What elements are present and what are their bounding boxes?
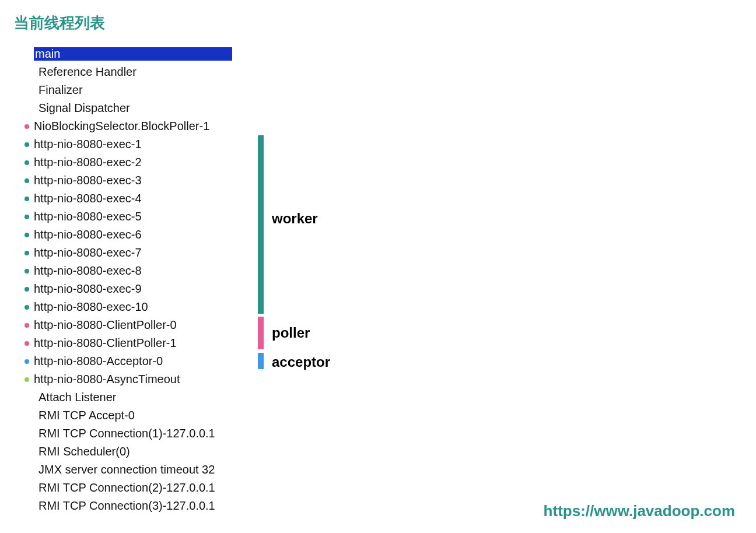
bullet-placeholder — [24, 486, 34, 490]
thread-name: http-nio-8080-AsyncTimeout — [34, 373, 180, 386]
list-item[interactable]: http-nio-8080-Acceptor-0 — [24, 352, 756, 370]
thread-name: RMI TCP Connection(2)-127.0.0.1 — [38, 481, 215, 495]
thread-name: Finalizer — [38, 83, 83, 97]
bullet-icon — [24, 287, 29, 292]
bullet-icon — [24, 341, 29, 346]
thread-name: http-nio-8080-exec-9 — [34, 282, 142, 296]
worker-label: worker — [272, 211, 318, 227]
list-item[interactable]: RMI TCP Accept-0 — [24, 406, 756, 425]
bullet-placeholder — [24, 395, 34, 400]
thread-name: http-nio-8080-exec-4 — [34, 192, 142, 205]
list-item[interactable]: Signal Dispatcher — [24, 99, 756, 117]
bullet-placeholder — [24, 504, 34, 509]
thread-name: http-nio-8080-exec-8 — [34, 264, 142, 278]
thread-name: http-nio-8080-exec-3 — [34, 174, 142, 187]
bullet-placeholder — [24, 450, 34, 454]
thread-name: Signal Dispatcher — [38, 101, 130, 115]
list-item[interactable]: http-nio-8080-exec-10 — [24, 298, 756, 316]
thread-name: Reference Handler — [38, 65, 136, 79]
bullet-placeholder — [24, 468, 34, 472]
acceptor-label: acceptor — [272, 354, 330, 370]
bullet-icon — [24, 359, 29, 364]
acceptor-bracket — [258, 353, 264, 369]
poller-bracket — [258, 317, 264, 349]
thread-name: http-nio-8080-exec-6 — [34, 228, 142, 241]
bullet-icon — [24, 233, 29, 237]
list-item[interactable]: http-nio-8080-exec-5 — [24, 208, 756, 226]
worker-bracket — [258, 135, 264, 314]
bullet-placeholder — [24, 432, 34, 436]
bullet-icon — [24, 377, 29, 382]
list-item[interactable]: http-nio-8080-exec-2 — [24, 153, 756, 171]
poller-label: poller — [272, 325, 310, 341]
thread-name: http-nio-8080-exec-2 — [34, 156, 142, 169]
thread-name: RMI TCP Accept-0 — [38, 409, 135, 422]
list-item[interactable]: RMI Scheduler(0) — [24, 443, 756, 461]
bullet-icon — [24, 269, 29, 273]
bullet-icon — [24, 124, 29, 129]
bullet-placeholder — [24, 88, 34, 93]
thread-name: http-nio-8080-ClientPoller-0 — [34, 318, 177, 332]
page-title: 当前线程列表 — [0, 0, 756, 33]
watermark-link[interactable]: https://www.javadoop.com — [544, 502, 735, 520]
bullet-placeholder — [24, 70, 34, 75]
list-item[interactable]: http-nio-8080-AsyncTimeout — [24, 370, 756, 388]
list-item[interactable]: http-nio-8080-ClientPoller-1 — [24, 334, 756, 352]
list-item[interactable]: http-nio-8080-exec-9 — [24, 280, 756, 298]
list-item[interactable]: JMX server connection timeout 32 — [24, 461, 756, 479]
bullet-placeholder — [24, 413, 34, 418]
bullet-icon — [24, 142, 29, 147]
thread-name: Attach Listener — [38, 391, 116, 404]
list-item[interactable]: http-nio-8080-exec-3 — [24, 171, 756, 190]
thread-name: http-nio-8080-ClientPoller-1 — [34, 336, 177, 350]
thread-name: RMI Scheduler(0) — [38, 445, 130, 458]
thread-name: RMI TCP Connection(3)-127.0.0.1 — [38, 499, 215, 513]
thread-name: http-nio-8080-exec-10 — [34, 300, 148, 314]
list-item[interactable]: NioBlockingSelector.BlockPoller-1 — [24, 117, 756, 135]
thread-name: http-nio-8080-Acceptor-0 — [34, 355, 163, 368]
list-item[interactable]: http-nio-8080-exec-1 — [24, 135, 756, 153]
list-item[interactable]: Finalizer — [24, 81, 756, 99]
bullet-icon — [24, 178, 29, 183]
list-item[interactable]: http-nio-8080-exec-6 — [24, 226, 756, 244]
list-item[interactable]: Attach Listener — [24, 388, 756, 406]
thread-name: main — [34, 47, 232, 61]
bullet-icon — [24, 197, 29, 201]
list-item[interactable]: http-nio-8080-ClientPoller-0 — [24, 316, 756, 334]
thread-name: http-nio-8080-exec-1 — [34, 138, 142, 151]
thread-list-container: mainReference HandlerFinalizerSignal Dis… — [24, 45, 756, 515]
list-item[interactable]: RMI TCP Connection(2)-127.0.0.1 — [24, 479, 756, 497]
bullet-icon — [24, 160, 29, 165]
bullet-placeholder — [24, 106, 34, 111]
list-item[interactable]: RMI TCP Connection(1)-127.0.0.1 — [24, 425, 756, 443]
bullet-icon — [24, 323, 29, 328]
thread-name: RMI TCP Connection(1)-127.0.0.1 — [38, 427, 215, 440]
thread-name: http-nio-8080-exec-5 — [34, 210, 142, 223]
list-item[interactable]: Reference Handler — [24, 63, 756, 81]
list-item[interactable]: http-nio-8080-exec-7 — [24, 244, 756, 262]
thread-list: mainReference HandlerFinalizerSignal Dis… — [24, 45, 756, 515]
thread-name: http-nio-8080-exec-7 — [34, 246, 142, 260]
bullet-icon — [24, 305, 29, 310]
thread-name: NioBlockingSelector.BlockPoller-1 — [34, 120, 209, 133]
list-item[interactable]: http-nio-8080-exec-8 — [24, 262, 756, 280]
thread-name: JMX server connection timeout 32 — [38, 463, 215, 476]
bullet-icon — [24, 215, 29, 219]
list-item[interactable]: main — [24, 45, 756, 63]
list-item[interactable]: http-nio-8080-exec-4 — [24, 190, 756, 208]
bullet-icon — [24, 251, 29, 255]
